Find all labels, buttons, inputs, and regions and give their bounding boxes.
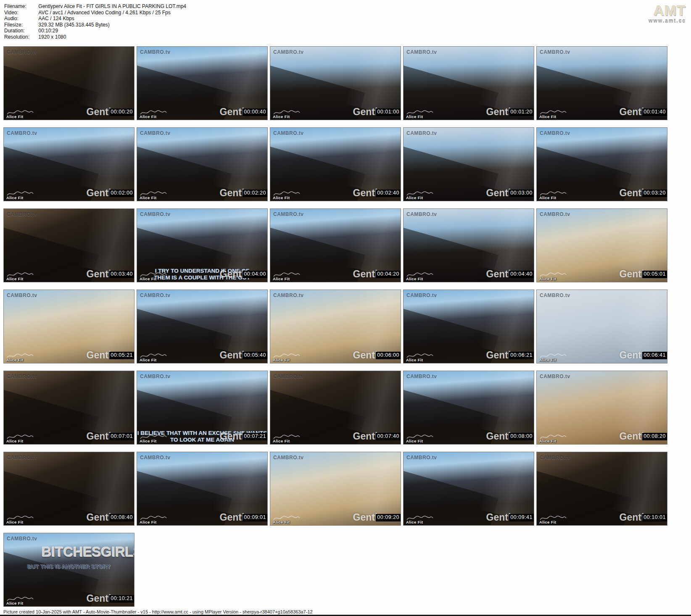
resolution-value: 1920 x 1080 [38, 34, 66, 40]
watermark-timestamp-row: Gentl 00:04:20 [353, 269, 401, 279]
signature-scribble-icon [273, 272, 301, 278]
channel-watermark: Gentl [220, 432, 245, 441]
video-codec-value: AVC / avc1 / Advanced Video Coding / 4.2… [38, 10, 170, 16]
site-watermark: CAMBRO.tv [273, 455, 304, 461]
channel-watermark: Gentl [620, 188, 644, 198]
timestamp-badge: 00:00:40 [243, 108, 267, 116]
site-watermark: CAMBRO.tv [540, 130, 570, 136]
signature: Alice Fit [140, 191, 167, 200]
signature-scribble-icon [140, 191, 167, 197]
timestamp-badge: 00:05:01 [642, 271, 667, 278]
site-watermark: CAMBRO.tv [406, 211, 437, 217]
video-thumbnail: CAMBRO.tv Alice Fit Gentl 00:05:01 [536, 208, 667, 282]
channel-watermark: Gentl [87, 350, 111, 360]
footer-credit: Picture created 10-Jan-2025 with AMT - A… [3, 609, 313, 614]
signature: Alice Fit [539, 110, 567, 119]
channel-watermark: Gentl [620, 107, 644, 117]
signature: Alice Fit [539, 434, 567, 443]
signature: Alice Fit [6, 191, 34, 200]
video-thumbnail: CAMBRO.tv Alice Fit Gentl 00:04:40 [403, 208, 534, 282]
signature: Alice Fit [539, 353, 567, 362]
watermark-timestamp-row: Gentl 00:10:01 [620, 513, 667, 522]
channel-watermark: Gentl [486, 350, 511, 360]
signature: Alice Fit [140, 110, 167, 119]
signature-scribble-icon [6, 272, 34, 278]
site-watermark: CAMBRO.tv [7, 130, 37, 136]
signature-scribble-icon [406, 515, 434, 521]
watermark-timestamp-row: Gentl 00:01:40 [620, 107, 667, 117]
channel-watermark: Gentl [87, 269, 111, 279]
watermark-timestamp-row: Gentl 00:08:20 [620, 432, 667, 441]
video-thumbnail: CAMBRO.tv Alice Fit Gentl 00:08:20 [536, 371, 667, 445]
channel-watermark: Gentl [620, 432, 644, 441]
signature-scribble-icon [406, 191, 434, 197]
video-thumbnail: CAMBRO.tv Alice Fit Gentl 00:10:01 [536, 452, 667, 526]
timestamp-badge: 00:01:40 [642, 108, 667, 116]
signature-scribble-icon [406, 110, 434, 116]
contact-sheet-page: Filename: Gentlyperv Alice Fit - FIT GIR… [0, 0, 691, 616]
channel-watermark: Gentl [620, 350, 644, 360]
signature: Alice Fit [406, 272, 434, 281]
video-thumbnail: CAMBRO.tv Alice Fit Gentl 00:02:20 [137, 127, 268, 201]
timestamp-badge: 00:10:01 [642, 514, 667, 521]
timestamp-badge: 00:01:00 [376, 108, 401, 116]
signature-scribble-icon [273, 191, 301, 197]
site-watermark: CAMBRO.tv [540, 49, 570, 55]
site-watermark: CAMBRO.tv [406, 374, 437, 379]
signature: Alice Fit [406, 191, 434, 200]
site-banner: BITCHESGIRLS.COM [42, 544, 135, 560]
channel-watermark: Gentl [220, 188, 245, 198]
timestamp-badge: 00:00:20 [109, 108, 134, 116]
site-watermark: CAMBRO.tv [540, 374, 570, 379]
signature: Alice Fit [140, 272, 167, 281]
timestamp-badge: 00:02:20 [243, 190, 267, 197]
channel-watermark: Gentl [353, 350, 378, 360]
watermark-timestamp-row: Gentl 00:07:40 [353, 432, 401, 441]
timestamp-badge: 00:08:00 [509, 433, 534, 440]
channel-watermark: Gentl [353, 107, 378, 117]
signature-scribble-icon [140, 434, 167, 440]
site-watermark: CAMBRO.tv [7, 49, 37, 55]
signature-scribble-icon [406, 272, 434, 278]
signature: Alice Fit [406, 515, 434, 524]
video-thumbnail: CAMBRO.tv Alice Fit Gentl 00:06:41 [536, 290, 667, 363]
metadata-row: Duration: 00:10:29 [4, 28, 186, 34]
timestamp-badge: 00:08:40 [109, 514, 134, 521]
metadata-label: Resolution: [4, 34, 37, 40]
timestamp-badge: 00:10:21 [109, 595, 134, 603]
metadata-row: Video: AVC / avc1 / Advanced Video Codin… [4, 10, 186, 16]
timestamp-badge: 00:02:40 [376, 190, 401, 197]
video-thumbnail: CAMBRO.tv Alice Fit Gentl 00:09:20 [270, 452, 401, 526]
watermark-timestamp-row: Gentl 00:06:00 [353, 350, 401, 360]
signature-scribble-icon [140, 353, 167, 359]
site-watermark: CAMBRO.tv [540, 292, 570, 298]
channel-watermark: Gentl [220, 513, 245, 522]
site-watermark: CAMBRO.tv [406, 455, 437, 461]
watermark-timestamp-row: Gentl 00:03:20 [620, 188, 667, 198]
watermark-timestamp-row: Gentl 00:06:41 [620, 350, 667, 360]
video-thumbnail: CAMBRO.tv Alice Fit Gentl 00:09:01 [137, 452, 268, 526]
channel-watermark: Gentl [87, 513, 111, 522]
watermark-timestamp-row: Gentl 00:03:40 [87, 269, 134, 279]
signature-scribble-icon [273, 353, 301, 359]
timestamp-badge: 00:01:20 [509, 108, 534, 116]
video-thumbnail: CAMBRO.tv Alice Fit Gentl 00:03:20 [536, 127, 667, 201]
video-thumbnail: CAMBRO.tv Alice Fit Gentl 00:08:40 [3, 452, 135, 526]
site-watermark: CAMBRO.tv [540, 455, 570, 461]
signature-scribble-icon [539, 272, 567, 278]
site-watermark: CAMBRO.tv [7, 455, 37, 461]
site-watermark: CAMBRO.tv [7, 536, 37, 542]
watermark-timestamp-row: Gentl 00:01:20 [486, 107, 534, 117]
timestamp-badge: 00:06:41 [642, 352, 667, 359]
signature: Alice Fit [273, 434, 301, 443]
signature-scribble-icon [6, 434, 34, 440]
timestamp-badge: 00:04:00 [243, 271, 267, 278]
timestamp-badge: 00:09:01 [243, 514, 267, 521]
signature: Alice Fit [406, 353, 434, 362]
signature: Alice Fit [6, 110, 34, 119]
timestamp-badge: 00:09:41 [509, 514, 534, 521]
video-thumbnail: CAMBRO.tv Alice Fit Gentl 00:02:40 [270, 127, 401, 201]
timestamp-badge: 00:02:00 [109, 190, 134, 197]
watermark-timestamp-row: Gentl 00:01:00 [353, 107, 401, 117]
metadata-label: Filename: [4, 3, 37, 10]
